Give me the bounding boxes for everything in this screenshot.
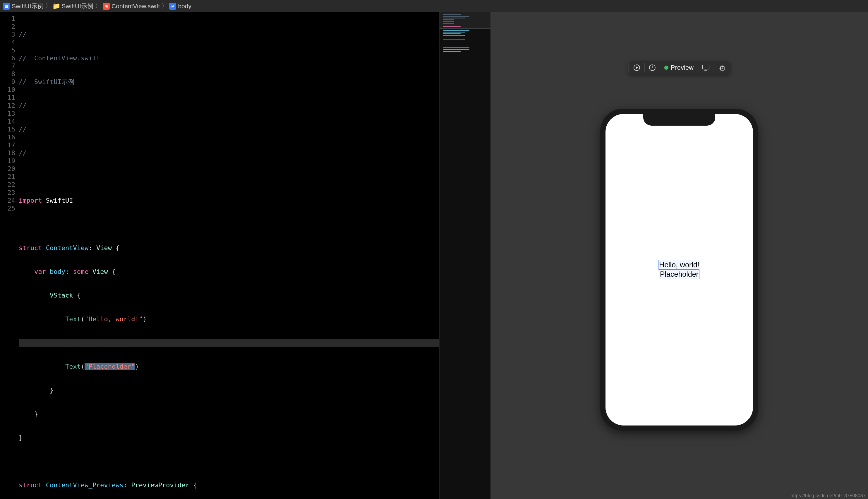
code-token: Text — [65, 363, 81, 370]
code-token — [19, 363, 65, 370]
code-token: : — [65, 268, 73, 275]
breadcrumb-file[interactable]: ⨳ ContentView.swift — [103, 3, 160, 10]
code-token: ) — [135, 363, 139, 370]
line-number-gutter: 1234567891011121314151617181920212223242… — [0, 12, 19, 499]
preview-status[interactable]: Preview — [661, 62, 697, 73]
toolbar-separator — [660, 63, 660, 72]
line-number: 6 — [0, 54, 15, 62]
code-selection: "Placeholder" — [85, 363, 135, 370]
main-split: 1234567891011121314151617181920212223242… — [0, 12, 868, 499]
play-circle-icon — [633, 64, 640, 71]
code-token: struct — [19, 482, 46, 489]
code-token: SwiftUI — [42, 197, 73, 204]
code-token: struct — [19, 244, 46, 252]
line-number: 20 — [0, 165, 15, 173]
chevron-right-icon: 〉 — [45, 2, 51, 10]
line-number: 4 — [0, 38, 15, 46]
code-token: View — [96, 244, 112, 252]
preview-inspect-button[interactable] — [645, 62, 659, 73]
preview-text-2[interactable]: Placeholder — [659, 270, 699, 279]
status-dot-icon — [664, 65, 668, 70]
line-number: 13 — [0, 110, 15, 118]
code-token — [19, 268, 34, 275]
breadcrumb-folder[interactable]: 📁 SwiftUI示例 — [53, 2, 93, 10]
property-icon: P — [169, 3, 176, 10]
display-icon — [702, 64, 710, 71]
line-number: 10 — [0, 86, 15, 94]
code-token: { — [189, 482, 197, 489]
code-token: ( — [81, 315, 85, 323]
folder-icon: 📁 — [53, 3, 60, 10]
preview-device-button[interactable] — [699, 62, 713, 73]
duplicate-icon — [718, 64, 725, 71]
app-icon: ▦ — [3, 3, 10, 10]
line-number: 21 — [0, 173, 15, 181]
watermark: https://blog.csdn.net/m0_37508087 — [791, 493, 866, 498]
code-token: var — [34, 268, 50, 275]
breadcrumb-symbol-label: body — [178, 3, 191, 10]
svg-rect-6 — [719, 65, 723, 69]
line-number: 24 — [0, 196, 15, 204]
toolbar-separator — [644, 63, 645, 72]
breadcrumb-folder-label: SwiftUI示例 — [62, 2, 93, 10]
code-token: // — [19, 31, 27, 38]
line-number: 1 — [0, 15, 15, 23]
breadcrumb-symbol[interactable]: P body — [169, 3, 191, 10]
breadcrumb-project[interactable]: ▦ SwiftUI示例 — [3, 2, 43, 10]
code-token: ContentView_Previews — [46, 482, 124, 489]
code-token: "Hello, world!" — [85, 315, 143, 323]
code-token: // — [19, 102, 27, 109]
code-area[interactable]: // // ContentView.swift // SwiftUI示例 // … — [19, 12, 439, 499]
xcode-window: ▦ SwiftUI示例 〉 📁 SwiftUI示例 〉 ⨳ ContentVie… — [0, 0, 868, 499]
code-token: // — [19, 149, 27, 157]
code-token: : — [88, 244, 96, 252]
minimap[interactable] — [439, 12, 490, 499]
line-number: 15 — [0, 125, 15, 133]
preview-canvas[interactable]: Preview — [490, 12, 868, 499]
minimap-content — [443, 14, 487, 56]
code-token: body — [50, 268, 65, 275]
line-number: 9 — [0, 78, 15, 86]
line-number: 3 — [0, 31, 15, 38]
line-number: 18 — [0, 149, 15, 157]
code-token — [19, 387, 50, 394]
code-token: some — [73, 268, 92, 275]
line-number: 19 — [0, 157, 15, 165]
code-token: ) — [143, 315, 147, 323]
breadcrumb-project-label: SwiftUI示例 — [12, 2, 43, 10]
code-token — [19, 292, 50, 299]
code-token: View — [92, 268, 108, 275]
line-number: 23 — [0, 188, 15, 196]
code-token: ContentView — [46, 244, 89, 252]
code-token: import — [19, 197, 42, 204]
code-token: } — [19, 434, 23, 441]
code-token: PreviewProvider — [131, 482, 189, 489]
preview-text-1[interactable]: Hello, world! — [658, 260, 700, 269]
preview-label: Preview — [671, 64, 694, 71]
device-frame: Hello, world! Placeholder — [600, 109, 758, 431]
line-number: 5 — [0, 46, 15, 54]
line-number: 25 — [0, 204, 15, 212]
svg-rect-3 — [703, 65, 709, 69]
code-token: // ContentView.swift — [19, 54, 100, 62]
code-token — [19, 315, 65, 323]
chevron-right-icon: 〉 — [162, 2, 167, 10]
live-preview-button[interactable] — [630, 62, 644, 73]
svg-rect-7 — [720, 66, 724, 70]
source-editor[interactable]: 1234567891011121314151617181920212223242… — [0, 12, 490, 499]
current-line — [19, 339, 439, 347]
swift-file-icon: ⨳ — [103, 3, 110, 10]
code-token: } — [50, 387, 53, 394]
line-number: 16 — [0, 133, 15, 141]
breadcrumb-file-label: ContentView.swift — [112, 3, 160, 10]
line-number: 2 — [0, 23, 15, 31]
line-number: 8 — [0, 70, 15, 78]
line-number: 12 — [0, 101, 15, 110]
line-number: 14 — [0, 118, 15, 125]
preview-toolbar: Preview — [628, 61, 730, 74]
code-token: ( — [81, 363, 85, 370]
code-token: { — [112, 244, 120, 252]
line-number: 11 — [0, 94, 15, 101]
duplicate-preview-button[interactable] — [715, 62, 729, 73]
device-screen[interactable]: Hello, world! Placeholder — [605, 114, 753, 426]
